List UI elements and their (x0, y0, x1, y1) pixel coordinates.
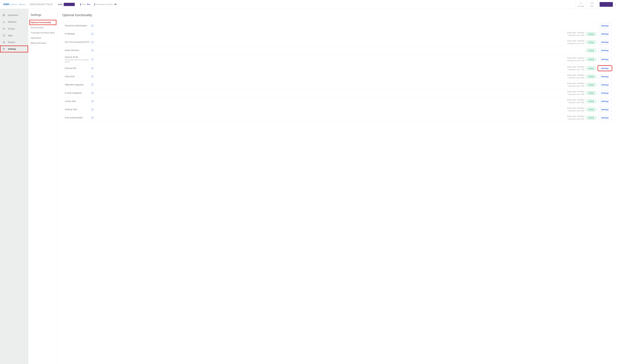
nav-item-settings[interactable]: Settings (0, 46, 28, 52)
badge-col: Active (586, 33, 596, 35)
subnav-item-trustlogin-functional-option[interactable]: TrustLogin functional option (29, 30, 56, 35)
settings-button[interactable]: Settings (598, 74, 612, 79)
nav-label: Members (8, 21, 16, 23)
primary-nav: Dashboard Members Groups Apps Reports Se… (0, 9, 28, 364)
btn-col: Settings (598, 48, 612, 53)
badge-col: Active (586, 108, 596, 111)
nav-item-groups[interactable]: Groups (0, 25, 28, 32)
settings-button[interactable]: Settings (598, 32, 612, 36)
subnav-item-optional-functionality[interactable]: Optional functionality (29, 20, 56, 25)
settings-button[interactable]: Settings (598, 57, 612, 62)
user-menu[interactable]: ▼ (597, 0, 618, 9)
info-icon[interactable]: i (91, 25, 93, 27)
settings-button[interactable]: Settings (598, 107, 612, 112)
info-icon[interactable]: i (91, 41, 93, 43)
subnav-title: Settings (29, 13, 56, 20)
row-meta: Expiry date: Unlimited Licenses in use: … (567, 57, 584, 62)
info-icon[interactable]: i (91, 49, 93, 52)
nav-item-members[interactable]: Members (0, 19, 28, 25)
badge-col: Active (586, 67, 596, 69)
info-icon[interactable]: i (91, 84, 93, 86)
mypage-button[interactable]: My page (575, 0, 586, 9)
info-icon[interactable]: i (91, 75, 93, 78)
svg-rect-7 (3, 28, 3, 29)
btn-col: Settings (598, 32, 612, 36)
info-col: i (91, 58, 96, 60)
row-subtitle: Synchronize users from 3rd party service… (65, 59, 91, 63)
row-title-text: Password authentication (65, 24, 91, 27)
settings-button[interactable]: Settings (598, 99, 612, 104)
main-content: Optional functionality Password authenti… (58, 9, 618, 364)
row-title-text: Desktop SSO (65, 108, 91, 111)
svg-point-0 (580, 2, 581, 3)
svg-rect-17 (3, 36, 3, 37)
chevron-down-icon: ▼ (615, 3, 616, 5)
active-badge: Active (586, 67, 596, 70)
info-icon[interactable]: i (91, 67, 93, 69)
info-icon[interactable]: i (91, 33, 93, 35)
row-title: Push Authentication (65, 116, 91, 119)
functionality-row: IP WhitelistiExpiry date: Unlimited Lice… (62, 30, 615, 38)
settings-button[interactable]: Settings (598, 66, 612, 70)
row-title-text: Active Directory (65, 49, 91, 52)
active-badge: Active (586, 32, 596, 36)
svg-rect-19 (4, 36, 5, 37)
groups-icon (2, 27, 5, 30)
avatar (600, 2, 613, 7)
settings-button[interactable]: Settings (598, 48, 612, 53)
header-right: My page Help ▼ (575, 0, 618, 9)
reports-icon (2, 41, 5, 44)
settings-button[interactable]: Settings (598, 40, 612, 44)
plan-value: Pro (87, 3, 90, 5)
info-icon[interactable]: i (91, 117, 93, 119)
active-badge: Active (586, 83, 596, 87)
functionality-list: Password authenticationiSettingsIP White… (62, 22, 615, 122)
licenses-label: Purchased Licenses (96, 3, 113, 5)
row-title: Desktop SSO (65, 108, 91, 111)
active-badge: Active (586, 40, 596, 44)
settings-button[interactable]: Settings (598, 24, 612, 28)
functionality-row: Push AuthenticationiExpiry date: Unlimit… (62, 114, 615, 122)
subnav-item-security-policy[interactable]: Security policy (29, 25, 56, 30)
info-icon[interactable]: i (91, 58, 93, 60)
header: GMO トラスト・ログイン Administrator Panel Hello,… (0, 0, 618, 9)
subnav-item-billing-information[interactable]: Billing Information (29, 40, 56, 46)
hello-name-redacted (64, 3, 75, 6)
functionality-row: G Suite integrationiExpiry date: Unlimit… (62, 89, 615, 97)
functionality-row: Cookie authiExpiry date: Unlimited Licen… (62, 97, 615, 105)
row-meta: Expiry date: Unlimited Licenses in use: … (567, 82, 584, 87)
row-title-text: Push Authentication (65, 116, 91, 119)
info-col: i (91, 100, 96, 102)
info-col: i (91, 92, 96, 94)
logo[interactable]: GMO トラスト・ログイン (3, 3, 26, 6)
subnav-item-appearance[interactable]: Appearance (29, 35, 56, 40)
settings-button[interactable]: Settings (598, 91, 612, 95)
info-icon[interactable]: i (91, 108, 93, 111)
functionality-row: Password authenticationiSettings (62, 22, 615, 30)
logo-trust: トラスト・ログイン (10, 3, 26, 6)
badge-col: Active (586, 75, 596, 78)
plan-label: Plan (82, 3, 85, 5)
nav-item-dashboard[interactable]: Dashboard (0, 12, 28, 19)
nav-item-reports[interactable]: Reports (0, 39, 28, 46)
row-title-text: G Suite integration (65, 92, 91, 94)
row-title-text: IP Whitelist (65, 33, 91, 35)
settings-button[interactable]: Settings (598, 82, 612, 87)
info-icon[interactable]: i (91, 100, 93, 102)
active-badge: Active (586, 108, 596, 111)
licenses-group: Purchased Licenses 30 (94, 3, 117, 6)
info-icon[interactable]: i (91, 92, 93, 94)
active-badge: Active (586, 91, 596, 95)
settings-button[interactable]: Settings (598, 116, 612, 120)
nav-item-apps[interactable]: Apps (0, 32, 28, 39)
settings-subnav: Settings Optional functionality Security… (28, 9, 58, 364)
row-title: One Time Password (OTP) (65, 41, 91, 43)
help-button[interactable]: Help (586, 0, 597, 9)
svg-rect-11 (3, 34, 3, 35)
help-label: Help (590, 5, 594, 7)
row-title-text: Office365 Integration (65, 83, 91, 86)
admin-panel-label: Administrator Panel (29, 3, 53, 6)
btn-col: Settings (598, 116, 612, 120)
dashboard-icon (2, 14, 5, 17)
svg-rect-9 (4, 28, 5, 28)
